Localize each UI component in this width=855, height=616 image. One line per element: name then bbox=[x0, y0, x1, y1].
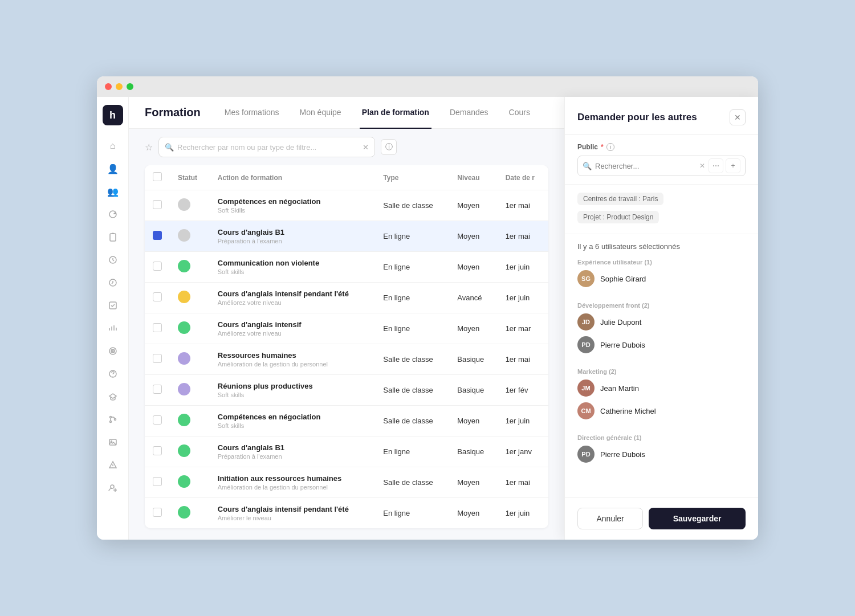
overlay-panel: Demander pour les autres ✕ Public * i 🔍 … bbox=[564, 97, 758, 540]
row-checkbox[interactable] bbox=[153, 508, 162, 517]
row-checkbox[interactable] bbox=[153, 354, 162, 363]
row-checkbox[interactable] bbox=[153, 231, 162, 240]
table-row[interactable]: Ressources humaines Amélioration de la g… bbox=[145, 344, 548, 375]
tab-mes-formations[interactable]: Mes formations bbox=[222, 97, 282, 129]
table-row[interactable]: Réunions plus productives Soft skills Sa… bbox=[145, 375, 548, 406]
sidebar-icon-warning[interactable] bbox=[103, 455, 123, 475]
tab-cours[interactable]: Cours bbox=[507, 97, 532, 129]
titlebar bbox=[97, 76, 758, 97]
user-group: Expérience utilisateur (1)SGSophie Girar… bbox=[565, 254, 758, 297]
table-row[interactable]: Compétences en négociation Soft Skills S… bbox=[145, 190, 548, 221]
sidebar-icon-user-plus[interactable] bbox=[103, 478, 123, 498]
search-add-icon[interactable]: + bbox=[726, 158, 740, 173]
sidebar-icon-target[interactable] bbox=[103, 341, 123, 361]
row-level: Avancé bbox=[449, 283, 497, 313]
row-date: 1er mar bbox=[498, 313, 548, 344]
maximize-dot[interactable] bbox=[127, 83, 133, 90]
save-button[interactable]: Sauvegarder bbox=[649, 508, 746, 529]
app-body: h ⌂ 👤 👥 bbox=[97, 97, 758, 540]
select-all-checkbox[interactable] bbox=[153, 172, 162, 181]
sidebar-icon-clock2[interactable] bbox=[103, 272, 123, 293]
search-field-icon: 🔍 bbox=[583, 162, 592, 170]
action-sub: Soft skills bbox=[218, 268, 368, 275]
row-checkbox[interactable] bbox=[153, 385, 162, 394]
row-checkbox[interactable] bbox=[153, 200, 162, 209]
filter-chip-centres[interactable]: Centres de travail : Paris bbox=[577, 193, 663, 205]
header-type: Type bbox=[375, 165, 449, 190]
row-checkbox[interactable] bbox=[153, 446, 162, 455]
table-row[interactable]: Communication non violente Soft skills E… bbox=[145, 252, 548, 283]
row-checkbox[interactable] bbox=[153, 415, 162, 425]
panel-close-button[interactable]: ✕ bbox=[730, 109, 746, 125]
sidebar-icon-clock[interactable] bbox=[103, 250, 123, 270]
training-table: Statut Action de formation Type Niveau D… bbox=[145, 165, 548, 528]
action-title: Communication non violente bbox=[218, 259, 368, 267]
action-sub: Soft Skills bbox=[218, 207, 368, 214]
sidebar-icon-home[interactable]: ⌂ bbox=[103, 136, 123, 156]
table-row[interactable]: Cours d'anglais intensif pendant l'été A… bbox=[145, 498, 548, 529]
action-sub: Préparation à l'examen bbox=[218, 453, 368, 460]
search-bar[interactable]: 🔍 Rechercher par nom ou par type de filt… bbox=[158, 137, 375, 157]
search-field-icons: ⋯ + bbox=[709, 158, 740, 173]
user-row: PDPierre Dubois bbox=[577, 446, 746, 463]
tab-demandes[interactable]: Demandes bbox=[447, 97, 491, 129]
user-row: CMCatherine Michel bbox=[577, 402, 746, 419]
status-indicator bbox=[178, 506, 190, 519]
app-logo[interactable]: h bbox=[103, 105, 123, 125]
sidebar-icon-graduation[interactable] bbox=[103, 386, 123, 407]
search-clear-icon[interactable]: ✕ bbox=[363, 143, 369, 152]
table-row[interactable]: Cours d'anglais B1 Préparation à l'exame… bbox=[145, 221, 548, 252]
row-level: Moyen bbox=[449, 221, 497, 252]
row-type: Salle de classe bbox=[375, 375, 449, 406]
table-row[interactable]: Cours d'anglais B1 Préparation à l'exame… bbox=[145, 436, 548, 467]
row-checkbox[interactable] bbox=[153, 323, 162, 332]
toolbar: ☆ 🔍 Rechercher par nom ou par type de fi… bbox=[129, 129, 564, 165]
row-checkbox[interactable] bbox=[153, 292, 162, 301]
sidebar-icon-branch[interactable] bbox=[103, 409, 123, 430]
action-title: Cours d'anglais intensif bbox=[218, 320, 368, 329]
search-field-clear[interactable]: ✕ bbox=[699, 162, 705, 170]
table-row[interactable]: Cours d'anglais intensif Améliorez votre… bbox=[145, 313, 548, 344]
field-info-icon[interactable]: i bbox=[606, 143, 614, 151]
header-statut: Statut bbox=[170, 165, 210, 190]
cancel-button[interactable]: Annuler bbox=[577, 508, 643, 529]
svg-point-9 bbox=[109, 417, 111, 418]
table-row[interactable]: Compétences en négociation Soft skills S… bbox=[145, 406, 548, 436]
svg-point-10 bbox=[109, 421, 111, 423]
minimize-dot[interactable] bbox=[116, 83, 123, 90]
avatar: JD bbox=[577, 313, 595, 331]
user-name: Pierre Dubois bbox=[600, 341, 645, 349]
sidebar-icon-user[interactable]: 👤 bbox=[103, 158, 123, 179]
tab-plan-formation[interactable]: Plan de formation bbox=[360, 97, 431, 129]
sidebar-icon-help[interactable] bbox=[103, 364, 123, 384]
row-checkbox[interactable] bbox=[153, 262, 162, 271]
status-indicator bbox=[178, 229, 190, 242]
action-sub: Soft skills bbox=[218, 391, 368, 398]
row-type: Salle de classe bbox=[375, 406, 449, 436]
public-search-field[interactable]: 🔍 ✕ ⋯ + bbox=[577, 156, 746, 176]
row-date: 1er juin bbox=[498, 283, 548, 313]
sidebar-icon-users[interactable]: 👥 bbox=[103, 181, 123, 202]
action-title: Cours d'anglais intensif pendant l'été bbox=[218, 289, 368, 298]
sidebar-icon-barchart[interactable] bbox=[103, 318, 123, 338]
user-group: Direction générale (1)PDPierre Dubois bbox=[565, 430, 758, 473]
table-row[interactable]: Initiation aux ressources humaines Améli… bbox=[145, 467, 548, 498]
filter-chip-projet[interactable]: Projet : Product Design bbox=[577, 211, 659, 223]
action-sub: Préparation à l'examen bbox=[218, 238, 368, 244]
action-title: Cours d'anglais intensif pendant l'été bbox=[218, 505, 368, 513]
sidebar-icon-chart[interactable] bbox=[103, 204, 123, 225]
tab-mon-equipe[interactable]: Mon équipe bbox=[297, 97, 343, 129]
search-options-icon[interactable]: ⋯ bbox=[709, 158, 723, 173]
row-checkbox[interactable] bbox=[153, 477, 162, 486]
close-dot[interactable] bbox=[105, 83, 112, 90]
info-icon[interactable]: ⓘ bbox=[381, 139, 397, 155]
star-icon[interactable]: ☆ bbox=[145, 142, 153, 153]
svg-point-7 bbox=[112, 350, 113, 352]
user-group: Développement front (2)JDJulie DupontPDP… bbox=[565, 297, 758, 364]
sidebar-icon-image[interactable] bbox=[103, 432, 123, 452]
row-level: Moyen bbox=[449, 498, 497, 529]
public-search-input[interactable] bbox=[595, 162, 696, 170]
table-row[interactable]: Cours d'anglais intensif pendant l'été A… bbox=[145, 283, 548, 313]
sidebar-icon-check[interactable] bbox=[103, 295, 123, 316]
sidebar-icon-clipboard[interactable] bbox=[103, 227, 123, 247]
